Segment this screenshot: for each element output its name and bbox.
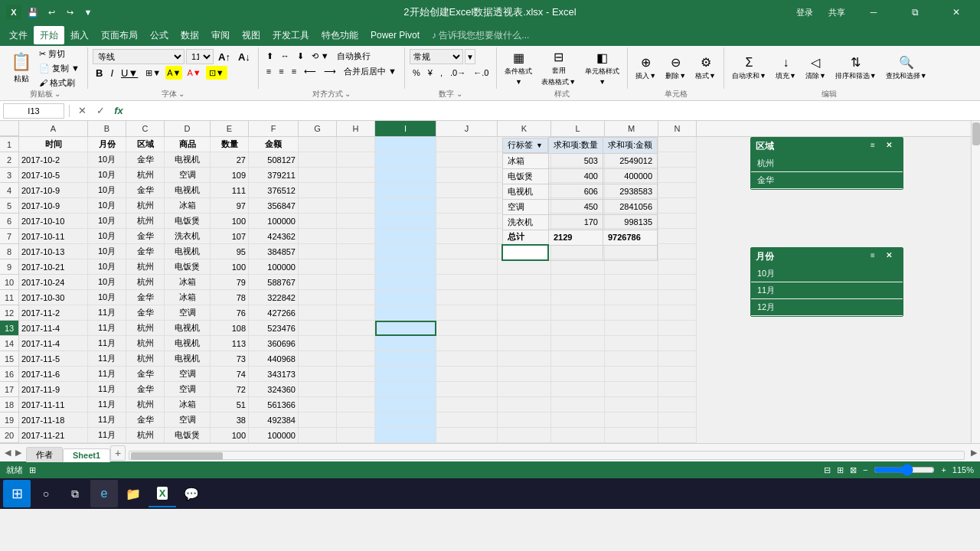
cell-g12[interactable]	[299, 305, 337, 321]
align-bottom-button[interactable]: ⬇	[294, 49, 307, 63]
pivot-diànshìjī-amt[interactable]: 2938583	[603, 184, 657, 199]
cell-b2[interactable]: 10月	[88, 152, 126, 168]
col-header-e[interactable]: E	[211, 121, 249, 136]
cell-a3[interactable]: 2017-10-5	[19, 168, 88, 183]
cell-a5[interactable]: 2017-10-9	[19, 198, 88, 214]
cell-d19[interactable]: 空调	[165, 412, 211, 428]
cell-f6[interactable]: 100000	[249, 214, 299, 229]
cell-c1[interactable]: 区域	[126, 137, 165, 152]
menu-insert[interactable]: 插入	[64, 26, 95, 44]
cell-f9[interactable]: 100000	[249, 259, 299, 275]
pivot-row-kōngtiáo[interactable]: 空调	[502, 199, 548, 214]
cell-a20[interactable]: 2017-11-21	[19, 428, 88, 443]
cell-j11[interactable]	[436, 290, 498, 305]
cell-j5[interactable]	[436, 198, 498, 214]
cell-a7[interactable]: 2017-10-11	[19, 229, 88, 244]
cell-k19[interactable]	[498, 412, 551, 428]
cell-l9[interactable]	[551, 259, 605, 275]
comma-format-button[interactable]: ,	[437, 66, 446, 80]
col-header-g[interactable]: G	[299, 121, 337, 136]
cell-k15[interactable]	[498, 351, 551, 367]
row-header-12[interactable]: 12	[0, 305, 19, 321]
autosum-button[interactable]: Σ 自动求和▼	[729, 49, 769, 87]
col-header-c[interactable]: C	[126, 121, 165, 136]
row-header-2[interactable]: 2	[0, 152, 19, 168]
cell-n2[interactable]	[658, 152, 697, 168]
cell-m15[interactable]	[605, 351, 658, 367]
align-right-button[interactable]: ≡	[289, 64, 299, 78]
menu-special[interactable]: 特色功能	[315, 26, 364, 44]
taskbar-edge[interactable]: e	[90, 480, 118, 507]
cell-m12[interactable]	[605, 305, 658, 321]
cell-f7[interactable]: 424362	[249, 229, 299, 244]
cell-h7[interactable]	[337, 229, 375, 244]
cell-h6[interactable]	[337, 214, 375, 229]
merge-center-button[interactable]: 合并后居中 ▼	[341, 64, 400, 78]
cell-c6[interactable]: 杭州	[126, 214, 165, 229]
col-header-n[interactable]: N	[658, 121, 697, 136]
insert-cells-button[interactable]: ⊕ 插入▼	[632, 49, 659, 87]
cell-n9[interactable]	[658, 259, 697, 275]
cell-g18[interactable]	[299, 397, 337, 412]
cell-i2[interactable]	[375, 152, 436, 168]
col-header-l[interactable]: L	[551, 121, 605, 136]
cell-j18[interactable]	[436, 397, 498, 412]
cell-h12[interactable]	[337, 305, 375, 321]
view-layout-button[interactable]: ⊞	[837, 465, 844, 475]
cell-g4[interactable]	[299, 183, 337, 198]
pivot-col2-header[interactable]: 求和项:金额	[603, 138, 657, 154]
cell-b14[interactable]: 11月	[88, 336, 126, 351]
cell-j12[interactable]	[436, 305, 498, 321]
pivot-col1-header[interactable]: 求和项:数量	[548, 138, 603, 154]
slicer-month-filter-button[interactable]: ≡	[871, 251, 883, 263]
row-header-3[interactable]: 3	[0, 168, 19, 183]
cell-e19[interactable]: 38	[211, 412, 249, 428]
cell-c5[interactable]: 杭州	[126, 198, 165, 214]
cell-b16[interactable]: 11月	[88, 367, 126, 382]
pivot-row-diànshìjī[interactable]: 电视机	[502, 184, 548, 199]
cell-c7[interactable]: 金华	[126, 229, 165, 244]
col-header-d[interactable]: D	[165, 121, 211, 136]
cell-b6[interactable]: 10月	[88, 214, 126, 229]
cell-n3[interactable]	[658, 168, 697, 183]
cell-a17[interactable]: 2017-11-9	[19, 382, 88, 397]
pivot-kōngtiáo-qty[interactable]: 450	[548, 199, 603, 214]
slicer-region-item-jinhua[interactable]: 金华	[751, 172, 903, 189]
cell-g8[interactable]	[299, 244, 337, 259]
cell-d10[interactable]: 冰箱	[165, 275, 211, 290]
cell-f12[interactable]: 427266	[249, 305, 299, 321]
cell-b9[interactable]: 10月	[88, 259, 126, 275]
font-color-button[interactable]: A▼	[184, 66, 204, 80]
zoom-in-button[interactable]: +	[941, 465, 946, 474]
cell-i8[interactable]	[375, 244, 436, 259]
align-middle-button[interactable]: ↔	[278, 49, 292, 63]
cell-h19[interactable]	[337, 412, 375, 428]
cell-m9[interactable]	[605, 259, 658, 275]
cell-c17[interactable]: 金华	[126, 382, 165, 397]
cell-f16[interactable]: 343173	[249, 367, 299, 382]
cell-e3[interactable]: 109	[211, 168, 249, 183]
cell-n14[interactable]	[658, 336, 697, 351]
increase-indent-button[interactable]: ⟶	[321, 64, 339, 78]
cell-g20[interactable]	[299, 428, 337, 443]
cell-i20[interactable]	[375, 428, 436, 443]
cell-f17[interactable]: 324360	[249, 382, 299, 397]
menu-file[interactable]: 文件	[3, 26, 34, 44]
cell-d20[interactable]: 电饭煲	[165, 428, 211, 443]
undo-button[interactable]: ↩	[43, 4, 60, 21]
cell-g2[interactable]	[299, 152, 337, 168]
col-header-f[interactable]: F	[249, 121, 299, 136]
menu-formula[interactable]: 公式	[144, 26, 175, 44]
cell-a2[interactable]: 2017-10-2	[19, 152, 88, 168]
cell-i11[interactable]	[375, 290, 436, 305]
cell-a13[interactable]: 2017-11-4	[19, 321, 88, 336]
cell-h13[interactable]	[337, 321, 375, 336]
col-header-h[interactable]: H	[337, 121, 375, 136]
paste-button[interactable]: 📋 粘贴	[8, 49, 34, 87]
cell-m19[interactable]	[605, 412, 658, 428]
restore-button[interactable]: ⧉	[897, 0, 933, 24]
cell-n19[interactable]	[658, 412, 697, 428]
cell-b5[interactable]: 10月	[88, 198, 126, 214]
cell-h4[interactable]	[337, 183, 375, 198]
row-header-10[interactable]: 10	[0, 275, 19, 290]
